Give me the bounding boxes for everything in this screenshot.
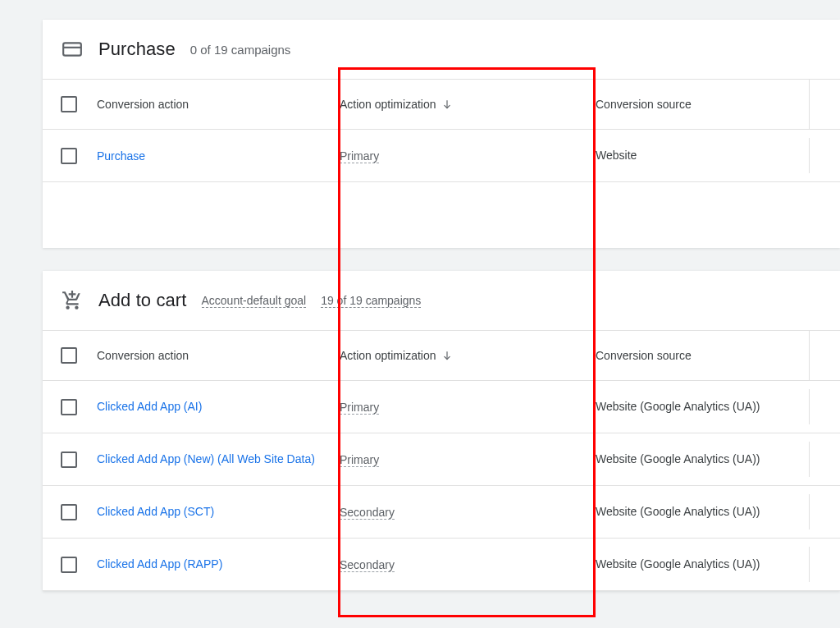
row-checkbox[interactable] — [61, 557, 77, 573]
conversion-source: Website (Google Analytics (UA)) — [596, 452, 809, 467]
row-checkbox[interactable] — [61, 399, 77, 415]
row-checkbox[interactable] — [61, 452, 77, 468]
conversion-source: Website (Google Analytics (UA)) — [596, 504, 809, 520]
col-conversion-action[interactable]: Conversion action — [97, 98, 340, 111]
add-to-cart-section: Add to cart Account-default goal 19 of 1… — [43, 271, 840, 591]
section-title: Add to cart — [98, 290, 187, 311]
credit-card-icon — [61, 38, 84, 61]
select-all-checkbox[interactable] — [61, 347, 77, 364]
col-conversion-source[interactable]: Conversion source — [596, 349, 809, 362]
extra-column — [809, 80, 840, 129]
col-conversion-action[interactable]: Conversion action — [97, 349, 340, 362]
conversion-action-link[interactable]: Clicked Add App (AI) — [97, 400, 202, 413]
arrow-down-icon — [441, 99, 453, 110]
table-row: Clicked Add App (SCT) Secondary Website … — [43, 486, 840, 539]
table-row: Clicked Add App (AI) Primary Website (Go… — [43, 381, 840, 433]
optimization-label[interactable]: Secondary — [340, 506, 395, 520]
optimization-label[interactable]: Primary — [340, 401, 379, 415]
section-header: Add to cart Account-default goal 19 of 1… — [43, 271, 840, 330]
conversion-action-link[interactable]: Clicked Add App (New) (All Web Site Data… — [97, 452, 315, 465]
table-row: Clicked Add App (RAPP) Secondary Website… — [43, 539, 840, 591]
optimization-label[interactable]: Secondary — [340, 558, 395, 572]
row-checkbox[interactable] — [61, 504, 77, 520]
conversion-action-link[interactable]: Clicked Add App (SCT) — [97, 505, 214, 518]
campaign-count-badge: 0 of 19 campaigns — [190, 43, 291, 57]
table-header: Conversion action Action optimization Co… — [43, 79, 840, 130]
arrow-down-icon — [441, 350, 453, 361]
spacer — [43, 182, 840, 248]
section-header: Purchase 0 of 19 campaigns — [43, 20, 840, 79]
svg-rect-0 — [63, 43, 81, 55]
col-conversion-source[interactable]: Conversion source — [596, 98, 809, 111]
purchase-section: Purchase 0 of 19 campaigns Conversion ac… — [43, 20, 840, 248]
col-action-optimization[interactable]: Action optimization — [340, 98, 596, 111]
campaign-count-badge[interactable]: 19 of 19 campaigns — [321, 294, 421, 308]
extra-column — [809, 331, 840, 380]
select-all-checkbox[interactable] — [61, 96, 77, 112]
conversion-action-link[interactable]: Clicked Add App (RAPP) — [97, 557, 222, 571]
conversion-source: Website (Google Analytics (UA)) — [596, 399, 809, 415]
optimization-label[interactable]: Primary — [340, 149, 379, 163]
add-to-cart-icon — [61, 289, 84, 312]
row-checkbox[interactable] — [61, 148, 77, 164]
table-row: Purchase Primary Website — [43, 130, 840, 182]
table-header: Conversion action Action optimization Co… — [43, 330, 840, 381]
col-action-optimization[interactable]: Action optimization — [340, 349, 596, 362]
table-row: Clicked Add App (New) (All Web Site Data… — [43, 433, 840, 486]
account-default-goal-badge[interactable]: Account-default goal — [202, 294, 307, 308]
section-title: Purchase — [98, 39, 176, 60]
conversion-action-link[interactable]: Purchase — [97, 149, 145, 163]
conversion-source: Website — [596, 148, 809, 163]
conversion-source: Website (Google Analytics (UA)) — [596, 557, 809, 572]
optimization-label[interactable]: Primary — [340, 453, 379, 467]
